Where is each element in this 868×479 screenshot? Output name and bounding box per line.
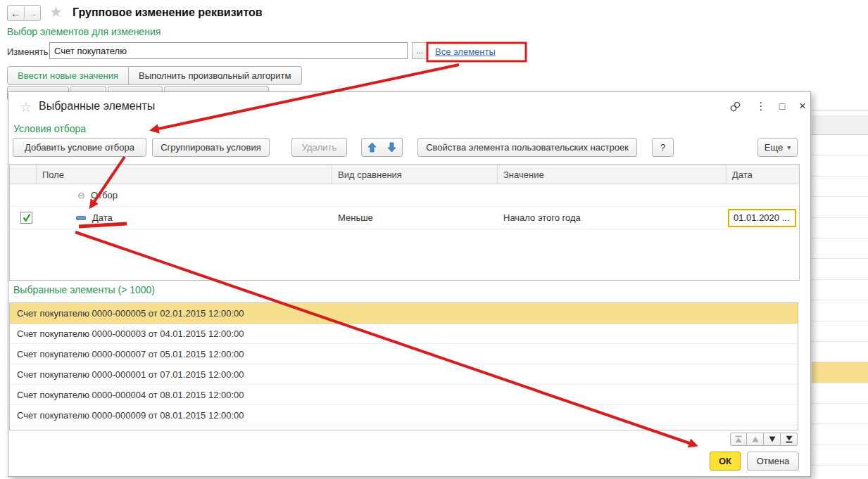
tab-enter-new-values[interactable]: Ввести новые значения xyxy=(7,66,129,85)
group-conditions-button[interactable]: Сгруппировать условия xyxy=(152,138,270,157)
column-field: Поле xyxy=(37,165,332,184)
go-next-button[interactable] xyxy=(764,433,781,446)
next-icon xyxy=(768,435,776,443)
choose-object-button[interactable]: ... xyxy=(412,42,427,59)
back-button[interactable]: ← xyxy=(8,7,25,19)
condition-field: Дата xyxy=(92,212,113,223)
move-down-button[interactable] xyxy=(382,138,403,157)
condition-row[interactable]: Дата Меньше Начало этого года 01.01.2020… xyxy=(10,207,799,229)
last-icon xyxy=(785,435,793,443)
get-link-icon[interactable] xyxy=(727,99,743,113)
conditions-table-header: Поле Вид сравнения Значение Дата xyxy=(10,165,799,184)
cancel-button[interactable]: Отмена xyxy=(747,452,799,471)
background-table-header xyxy=(812,115,868,135)
move-up-button[interactable] xyxy=(361,138,382,157)
dialog-star-icon[interactable]: ☆ xyxy=(20,99,32,115)
delete-button[interactable]: Удалить xyxy=(291,138,347,157)
history-nav-group: ← → xyxy=(7,5,41,21)
list-item[interactable]: Счет покупателю 0000-000005 от 02.01.201… xyxy=(10,303,798,324)
close-icon[interactable]: × xyxy=(795,99,810,113)
conditions-table: Поле Вид сравнения Значение Дата ⊖ Отбор xyxy=(9,164,800,281)
filter-group-row[interactable]: ⊖ Отбор xyxy=(10,184,799,207)
help-button[interactable]: ? xyxy=(652,138,674,157)
dialog-menu-icon[interactable]: ⋮ xyxy=(753,99,769,113)
checkmark-icon xyxy=(22,213,31,222)
add-condition-button[interactable]: Добавить условие отбора xyxy=(13,138,146,157)
first-icon xyxy=(734,435,743,443)
list-item[interactable]: Счет покупателю 0000-000003 от 04.01.201… xyxy=(10,324,798,344)
chevron-down-icon: ▾ xyxy=(787,143,791,151)
prev-icon xyxy=(751,435,760,443)
selected-elements-dialog: ☆ Выбранные элементы ⋮ □ × Условия отбор… xyxy=(8,91,811,477)
list-item[interactable]: Счет покупателю 0000-000009 от 08.01.201… xyxy=(10,405,798,426)
column-date: Дата xyxy=(727,165,799,184)
list-item[interactable]: Счет покупателю 0000-000007 от 05.01.201… xyxy=(10,344,798,364)
selected-elements-title: Выбранные элементы (> 1000) xyxy=(13,284,155,295)
chain-icon xyxy=(729,101,741,113)
go-first-button[interactable] xyxy=(730,433,747,446)
column-checkbox xyxy=(10,165,37,184)
more-label: Еще xyxy=(765,142,783,153)
list-nav-buttons xyxy=(730,433,798,446)
conditions-title: Условия отбора xyxy=(13,123,86,134)
collapse-icon[interactable]: ⊖ xyxy=(77,190,85,200)
selected-elements-list: Счет покупателю 0000-000005 от 02.01.201… xyxy=(9,302,798,430)
forward-arrow-icon: → xyxy=(27,7,37,19)
column-comparison: Вид сравнения xyxy=(332,165,498,184)
mode-tab-group: Ввести новые значения Выполнить произвол… xyxy=(7,66,302,85)
change-field-label: Изменять: xyxy=(7,46,51,57)
maximize-icon[interactable]: □ xyxy=(774,99,790,113)
ok-button[interactable]: ОК xyxy=(710,452,741,471)
condition-comparison: Меньше xyxy=(332,207,498,229)
conditions-table-empty-area xyxy=(10,229,799,280)
page-title: Групповое изменение реквизитов xyxy=(73,6,263,19)
arrow-up-icon xyxy=(367,142,377,153)
all-elements-link[interactable]: Все элементы xyxy=(435,46,496,57)
background-table-line xyxy=(812,110,868,110)
user-settings-properties-button[interactable]: Свойства элемента пользовательских настр… xyxy=(417,138,637,157)
background-table-rows xyxy=(812,135,868,479)
favorite-star-icon[interactable]: ★ xyxy=(49,4,63,20)
back-arrow-icon: ← xyxy=(11,7,21,19)
more-button[interactable]: Еще ▾ xyxy=(757,138,798,157)
list-item[interactable]: Счет покупателю 0000-000001 от 07.01.201… xyxy=(10,364,798,385)
condition-checkbox[interactable] xyxy=(20,212,32,224)
equals-comparison-icon xyxy=(76,216,86,220)
tab-run-algorithm[interactable]: Выполнить произвольный алгоритм xyxy=(129,66,301,85)
change-object-input[interactable] xyxy=(49,42,408,59)
background-table xyxy=(812,0,868,479)
forward-button[interactable]: → xyxy=(25,7,41,19)
dialog-title: Выбранные элементы xyxy=(39,100,155,113)
selection-section-title: Выбор элементов для изменения xyxy=(7,26,161,37)
column-value: Значение xyxy=(498,165,727,184)
condition-date-field[interactable]: 01.01.2020 ... xyxy=(728,209,796,227)
go-last-button[interactable] xyxy=(781,433,798,446)
splitter[interactable] xyxy=(9,280,798,281)
filter-group-label: Отбор xyxy=(91,190,118,200)
screen: ← → ★ Групповое изменение реквизитов Выб… xyxy=(0,0,868,479)
arrow-down-icon xyxy=(387,142,396,153)
go-prev-button[interactable] xyxy=(747,433,764,446)
list-item[interactable]: Счет покупателю 0000-000004 от 08.01.201… xyxy=(10,385,798,405)
condition-value: Начало этого года xyxy=(498,207,727,229)
